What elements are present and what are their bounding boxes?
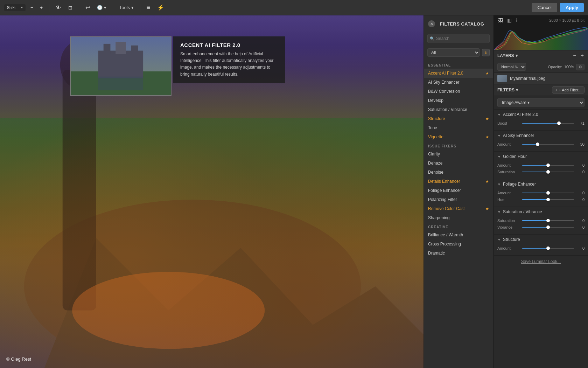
param-value-amount-golden: 0 <box>576 163 584 167</box>
zoom-increase-button[interactable]: + <box>38 4 45 12</box>
catalog-item-vignette[interactable]: Vignette ★ <box>424 132 493 141</box>
zoom-level-display: 85% <box>7 5 20 10</box>
catalog-item-foliage[interactable]: Foliage Enhancer <box>424 186 493 195</box>
adjustments-button[interactable]: ⚡ <box>155 3 166 12</box>
filter-block-header-sky[interactable]: ▼ AI Sky Enhancer <box>494 131 588 140</box>
canvas-area: ACCENT AI FILTER 2.0 Smart enhancement w… <box>0 15 424 368</box>
catalog-item-bw[interactable]: B&W Conversion <box>424 87 493 96</box>
catalog-item-label: B&W Conversion <box>428 89 460 94</box>
add-filter-button[interactable]: + + Add Filter... <box>552 86 584 93</box>
filter-param-hue-foliage: Hue 0 <box>497 197 584 202</box>
param-label-amount: Amount <box>497 191 520 195</box>
tools-button[interactable]: Tools ▾ <box>117 4 136 12</box>
filter-info-panel: ACCENT AI FILTER 2.0 Smart enhancement w… <box>173 36 285 83</box>
catalog-category-select[interactable]: All Essential Issue Fixers Creative <box>427 48 480 57</box>
layer-item[interactable]: Myanmar final.jpeg <box>494 73 588 84</box>
catalog-item-brilliance[interactable]: Brilliance / Warmth <box>424 230 493 239</box>
filter-block-header-golden[interactable]: ▼ Golden Hour <box>494 152 588 161</box>
cancel-button[interactable]: Cancel <box>532 3 557 12</box>
history-button[interactable]: 🕐 ▾ <box>95 4 108 12</box>
param-label-amount: Amount <box>497 246 520 250</box>
saturation-slider-golden[interactable] <box>522 169 574 174</box>
catalog-item-tone[interactable]: Tone <box>424 123 493 132</box>
blend-mode-select[interactable]: Normal ⇅ Multiply Screen Overlay <box>497 63 526 71</box>
slider-fill <box>522 165 548 166</box>
preview-toggle-button[interactable]: 👁 <box>54 3 63 12</box>
catalog-item-label: Cross Processing <box>428 242 461 247</box>
catalog-item-label: Foliage Enhancer <box>428 188 461 193</box>
preview-thumbnail <box>71 37 171 95</box>
slider-track <box>522 172 574 172</box>
catalog-item-clarity[interactable]: Clarity <box>424 150 493 159</box>
apply-button[interactable]: Apply <box>560 3 584 12</box>
slider-fill <box>522 227 548 228</box>
param-label-hue: Hue <box>497 197 520 202</box>
chevron-down-icon: ▼ <box>497 113 501 117</box>
catalog-item-cross-processing[interactable]: Cross Processing <box>424 239 493 249</box>
filter-block-header-saturation[interactable]: ▼ Saturation / Vibrance <box>494 207 588 217</box>
save-luminar-button[interactable]: Save Luminar Look... <box>521 259 561 264</box>
catalog-section-essential: ESSENTIAL <box>424 61 493 69</box>
compare-button[interactable]: ≡ <box>145 2 153 13</box>
histogram-info-icon[interactable]: ℹ <box>515 17 518 24</box>
histogram-image-icon[interactable]: 🖼 <box>497 17 504 24</box>
catalog-item-label: Sharpening <box>428 215 449 220</box>
filter-block-header-structure[interactable]: ▼ Structure <box>494 235 588 244</box>
catalog-info-button[interactable]: ℹ <box>482 49 490 56</box>
slider-thumb <box>546 164 550 167</box>
param-value-amount-structure: 0 <box>576 246 584 250</box>
chevron-down-icon: ▼ <box>497 182 501 186</box>
catalog-item-sharpening[interactable]: Sharpening <box>424 213 493 222</box>
catalog-item-polarizing[interactable]: Polarizing Filter <box>424 195 493 204</box>
vibrance-slider[interactable] <box>522 225 574 230</box>
catalog-item-accent-ai[interactable]: Accent AI Filter 2.0 ★ <box>424 69 493 78</box>
filter-info-title: ACCENT AI FILTER 2.0 <box>180 42 278 48</box>
svg-rect-11 <box>115 42 126 54</box>
filter-block-body-structure: Amount 0 <box>494 244 588 255</box>
catalog-item-label: Accent AI Filter 2.0 <box>428 71 463 76</box>
filter-block-header-foliage[interactable]: ▼ Foliage Enhancer <box>494 179 588 189</box>
slider-thumb <box>557 121 561 125</box>
saturation-slider-main[interactable] <box>522 218 574 223</box>
catalog-item-develop[interactable]: Develop <box>424 96 493 105</box>
layers-minimize-button[interactable]: − <box>572 53 577 59</box>
slider-thumb <box>546 170 550 174</box>
split-view-button[interactable]: ⊡ <box>66 4 75 12</box>
layer-settings-button[interactable]: ⚙ <box>576 64 584 70</box>
catalog-item-label: Clarity <box>428 152 440 157</box>
histogram-layers-icon[interactable]: ◧ <box>506 17 512 24</box>
catalog-item-dehaze[interactable]: Dehaze <box>424 159 493 168</box>
amount-slider-golden[interactable] <box>522 163 574 168</box>
amount-slider-sky[interactable] <box>522 142 574 147</box>
amount-slider-foliage[interactable] <box>522 190 574 195</box>
amount-slider-structure[interactable] <box>522 246 574 251</box>
filter-name-saturation: Saturation / Vibrance <box>503 209 584 214</box>
catalog-item-remove-color[interactable]: Remove Color Cast ★ <box>424 204 493 213</box>
catalog-list: ESSENTIAL Accent AI Filter 2.0 ★ AI Sky … <box>424 59 493 368</box>
catalog-item-dramatic[interactable]: Dramatic <box>424 249 493 258</box>
chevron-down-icon: ▾ <box>516 88 518 92</box>
catalog-close-button[interactable]: ✕ <box>428 20 435 27</box>
catalog-item-label: Develop <box>428 98 443 103</box>
undo-button[interactable]: ↩ <box>83 3 92 12</box>
filter-block-header-accent[interactable]: ▼ Accent AI Filter 2.0 <box>494 110 588 119</box>
histogram-area: 🖼 ◧ ℹ 2000 × 1600 px 8-bit <box>494 15 588 50</box>
search-icon-wrap <box>427 34 490 43</box>
boost-slider[interactable] <box>522 121 574 126</box>
catalog-item-denoise[interactable]: Denoise <box>424 168 493 177</box>
layer-thumbnail <box>497 75 507 82</box>
zoom-decrease-button[interactable]: − <box>28 4 35 12</box>
star-icon: ★ <box>485 117 489 121</box>
catalog-item-saturation[interactable]: Saturation / Vibrance <box>424 105 493 114</box>
param-value-hue-foliage: 0 <box>576 197 584 202</box>
preset-select[interactable]: Image Aware ▾ Landscape Portrait <box>497 98 584 107</box>
layers-add-button[interactable]: + <box>580 53 584 59</box>
hue-slider-foliage[interactable] <box>522 197 574 202</box>
catalog-item-label: Dehaze <box>428 161 442 166</box>
slider-fill <box>522 123 559 124</box>
catalog-search-input[interactable] <box>427 34 490 43</box>
catalog-item-ai-sky[interactable]: AI Sky Enhancer <box>424 78 493 87</box>
svg-marker-14 <box>494 28 588 50</box>
catalog-item-structure[interactable]: Structure ★ <box>424 114 493 123</box>
catalog-item-details-enhancer[interactable]: Details Enhancer ★ <box>424 177 493 186</box>
